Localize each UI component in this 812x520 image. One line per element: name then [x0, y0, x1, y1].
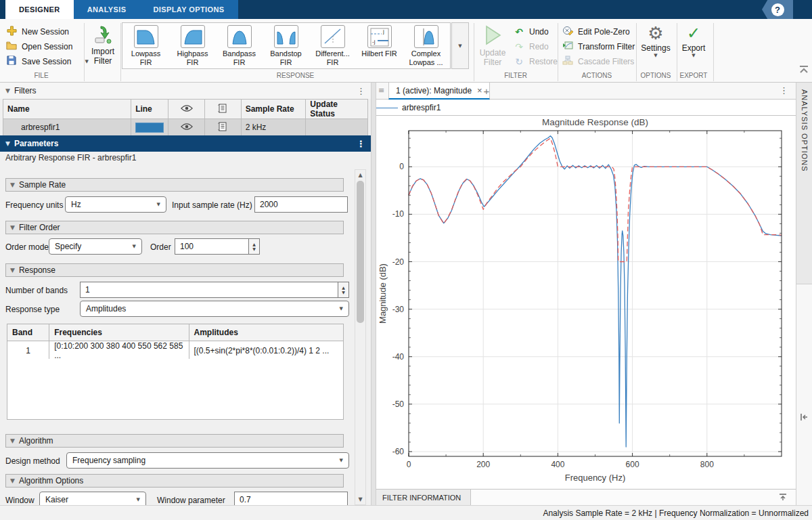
pole-zero-icon	[562, 25, 574, 38]
tab-grip-icon[interactable]: ≡	[378, 86, 384, 95]
open-session-button[interactable]: Open Session	[5, 39, 72, 53]
annotation-column-icon	[209, 104, 237, 115]
number-of-bands-spinner[interactable]: ▲▼	[338, 282, 349, 298]
band-row[interactable]: 1[0:10:200 300 380 400 550 562 585 ...[(…	[7, 341, 344, 361]
parameters-kebab-icon[interactable]: ⋮	[357, 139, 365, 149]
panel-splitter[interactable]	[371, 83, 376, 505]
column-header-line: Line	[131, 100, 168, 119]
legend-line-sample	[376, 108, 398, 108]
cascade-filters-button[interactable]: Cascade Filters	[562, 54, 634, 68]
window-parameter-field[interactable]	[234, 492, 348, 505]
update-status-cell	[306, 119, 368, 136]
scroll-up-button[interactable]: ▲	[355, 170, 365, 180]
algorithm-options-section-bar[interactable]: ▼Algorithm Options	[5, 474, 344, 488]
frequency-units-dropdown[interactable]: Hz▼	[65, 196, 166, 213]
annotation-cell[interactable]	[204, 119, 241, 136]
svg-text:-50: -50	[392, 399, 405, 409]
svg-text:Magnitude (dB): Magnitude (dB)	[378, 263, 388, 324]
magnitude-response-plot[interactable]: 02004006008000-10-20-30-40-50-60Magnitud…	[376, 116, 796, 489]
redo-button[interactable]: ↷ Redo	[513, 39, 549, 53]
scrollbar-thumb[interactable]	[357, 181, 364, 323]
tab-display-options[interactable]: DISPLAY OPTIONS	[139, 0, 238, 19]
filter-row-arbrespfir1[interactable]: arbrespfir12 kHz	[3, 119, 368, 136]
number-of-bands-label: Number of bands	[5, 286, 68, 295]
plot-legend: arbrespfir1	[376, 100, 441, 115]
filter-information-bar: FILTER INFORMATION	[376, 489, 796, 505]
expand-panel-icon[interactable]	[800, 413, 809, 423]
restore-button[interactable]: ↻ Restore	[513, 54, 558, 68]
gallery-overflow-button[interactable]: ▼	[451, 22, 469, 69]
hilbert-fir-icon: j-j	[367, 25, 392, 48]
svg-text:0: 0	[407, 460, 411, 469]
undo-button[interactable]: ↶ Undo	[513, 24, 549, 39]
svg-text:800: 800	[700, 460, 714, 469]
transform-filter-button[interactable]: Transform Filter	[562, 39, 635, 53]
window-label: Window	[5, 496, 35, 505]
settings-button[interactable]: ⚙ Settings ▼	[639, 23, 673, 58]
magnitude-plot-tab[interactable]: 1 (active): Magnitude ×	[388, 83, 490, 100]
open-folder-icon	[5, 41, 18, 52]
analysis-options-tab[interactable]: ANALYSIS OPTIONS	[796, 83, 812, 284]
import-filter-icon	[93, 24, 113, 47]
response-group-label: RESPONSE	[122, 72, 469, 81]
undo-icon: ↶	[513, 26, 525, 37]
collapse-triangle-icon: ▼	[5, 87, 10, 94]
response-section-bar[interactable]: ▼Response	[5, 263, 344, 277]
import-filter-button[interactable]: ImportFilter	[87, 24, 119, 66]
parameters-section-header[interactable]: ▼ Parameters ⋮	[0, 135, 371, 152]
order-mode-dropdown[interactable]: Specify▼	[49, 238, 142, 255]
filter-information-tab[interactable]: FILTER INFORMATION	[376, 490, 471, 506]
sample-rate-section-bar[interactable]: ▼Sample Rate	[5, 178, 344, 192]
order-spinner[interactable]: ▲▼	[249, 238, 260, 255]
svg-text:Magnitude Response (dB): Magnitude Response (dB)	[542, 117, 648, 127]
gallery-item-complex-lowpass[interactable]: ComplexLowpas ...	[403, 23, 449, 68]
line-color-swatch	[135, 123, 164, 133]
filters-section-header[interactable]: ▼ Filters ⋮	[0, 83, 371, 99]
response-type-dropdown[interactable]: Amplitudes▼	[80, 301, 349, 317]
gear-icon: ⚙	[648, 23, 663, 43]
design-method-dropdown[interactable]: Frequency sampling▼	[66, 452, 349, 469]
help-flag: ?	[762, 0, 793, 19]
window-dropdown[interactable]: Kaiser▼	[39, 492, 146, 505]
save-session-button[interactable]: Save Session ▼	[5, 54, 89, 68]
tab-analysis[interactable]: ANALYSIS	[74, 0, 140, 19]
analysis-plot-panel: ≡ 1 (active): Magnitude × + ⋮ arbrespfir…	[376, 83, 796, 505]
parameters-subtitle: Arbitrary Response FIR - arbrespfir1	[5, 153, 136, 162]
algorithm-section-bar[interactable]: ▼Algorithm	[5, 434, 344, 448]
visibility-cell[interactable]	[168, 119, 205, 136]
divider	[558, 23, 558, 81]
filters-kebab-icon[interactable]: ⋮	[357, 86, 365, 96]
export-button[interactable]: ✓ Export ▼	[678, 23, 709, 58]
window-parameter-label: Window parameter	[157, 496, 225, 505]
gallery-item-lowpass-fir[interactable]: LowpassFIR	[122, 23, 169, 68]
parameters-scrollbar[interactable]: ▲ ▼	[355, 169, 366, 505]
gallery-item-hilbert-fir[interactable]: j-jHilbert FIR	[356, 23, 403, 68]
line-color-cell[interactable]	[131, 119, 168, 136]
scroll-down-button[interactable]: ▼	[355, 494, 365, 504]
file-group-label: FILE	[0, 72, 83, 81]
response-gallery: LowpassFIRHighpassFIRBandpassFIRBandstop…	[122, 22, 451, 69]
filter-name-cell[interactable]: arbrespfir1	[3, 119, 131, 136]
edit-pole-zero-button[interactable]: Edit Pole-Zero	[562, 24, 630, 39]
filter-order-section-bar[interactable]: ▼Filter Order	[5, 221, 344, 234]
collapse-ribbon-button[interactable]	[798, 65, 809, 74]
help-icon[interactable]: ?	[771, 3, 784, 16]
new-plot-tab-button[interactable]: +	[479, 84, 494, 98]
export-caret: ▼	[692, 53, 695, 58]
gallery-item-bandstop-fir[interactable]: BandstopFIR	[263, 23, 309, 68]
collapse-panel-icon[interactable]	[778, 493, 788, 504]
new-session-button[interactable]: New Session	[5, 24, 69, 39]
number-of-bands-field[interactable]	[80, 282, 338, 298]
order-field[interactable]	[175, 238, 249, 255]
check-icon: ✓	[687, 23, 700, 43]
band-table: BandFrequenciesAmplitudes 1[0:10:200 300…	[7, 324, 344, 361]
input-sample-rate-field[interactable]	[254, 196, 348, 213]
plot-kebab-icon[interactable]: ⋮	[780, 85, 788, 95]
gallery-item-bandpass-fir[interactable]: BandpassFIR	[216, 23, 263, 68]
svg-text:200: 200	[476, 460, 490, 469]
gallery-item-highpass-fir[interactable]: HighpassFIR	[169, 23, 216, 68]
gallery-item-differentiator-fir[interactable]: Different...FIR	[309, 23, 356, 68]
tab-designer[interactable]: DESIGNER	[5, 0, 74, 19]
update-filter-button[interactable]: UpdateFilter	[476, 24, 510, 67]
ribbon: New Session Open Session Save Session ▼ …	[0, 19, 812, 83]
